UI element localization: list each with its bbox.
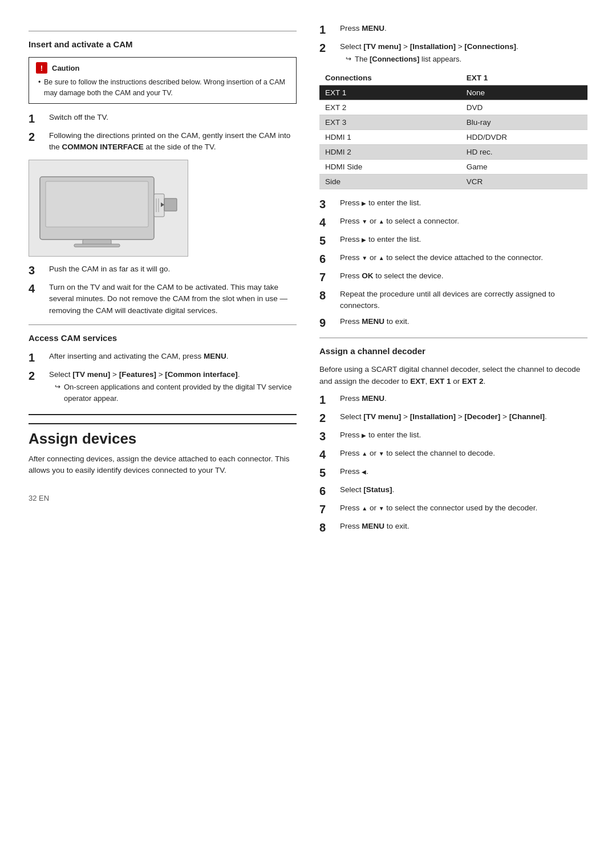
assign-step-2: Select [TV menu] > [Installation] > [Con… xyxy=(319,41,587,65)
table-cell: HDMI Side xyxy=(319,159,461,174)
decoder-step-1: Press MENU. xyxy=(319,393,587,407)
decoder-step-2: Select [TV menu] > [Installation] > [Dec… xyxy=(319,411,587,425)
table-cell: Side xyxy=(319,174,461,189)
assign-step-3: Press to enter the list. xyxy=(319,197,587,211)
caution-icon: ! xyxy=(36,62,47,74)
step-1: Switch off the TV. xyxy=(29,112,297,125)
assign-decoder-intro: Before using a SCART digital channel dec… xyxy=(319,364,587,387)
table-cell: HD rec. xyxy=(461,144,587,159)
access-step-2: Select [TV menu] > [Features] > [Common … xyxy=(29,369,297,404)
table-row: HDMI 1 HDD/DVDR xyxy=(319,129,587,144)
table-row: Side VCR xyxy=(319,174,587,189)
table-row: HDMI 2 HD rec. xyxy=(319,144,587,159)
access-step-1: After inserting and activating the CAM, … xyxy=(29,351,297,364)
decoder-step-5: Press . xyxy=(319,466,587,480)
table-row: HDMI Side Game xyxy=(319,159,587,174)
step-2: Following the directions printed on the … xyxy=(29,130,297,153)
decoder-steps: Press MENU. Select [TV menu] > [Installa… xyxy=(319,393,587,534)
connections-table: Connections EXT 1 EXT 1 None EXT 2 DVD E… xyxy=(319,71,587,189)
table-cell: HDMI 1 xyxy=(319,129,461,144)
caution-label: Caution xyxy=(52,64,79,72)
table-row: EXT 3 Blu-ray xyxy=(319,115,587,129)
table-cell: Game xyxy=(461,159,587,174)
assign-step-6: Press or to select the device attached t… xyxy=(319,252,587,266)
caution-box: ! Caution Be sure to follow the instruct… xyxy=(29,57,297,104)
svg-rect-7 xyxy=(164,198,177,211)
assign-steps-bottom: Press to enter the list. Press or to sel… xyxy=(319,197,587,330)
page-footer: 32 EN xyxy=(29,494,297,502)
insert-cam-steps: Switch off the TV. Following the directi… xyxy=(29,112,297,153)
table-cell: HDMI 2 xyxy=(319,144,461,159)
assign-devices-intro: After connecting devices, assign the dev… xyxy=(29,453,297,477)
assign-decoder-title: Assign a channel decoder xyxy=(319,346,587,358)
assign-step-4: Press or to select a connector. xyxy=(319,216,587,229)
svg-rect-3 xyxy=(74,244,120,247)
decoder-step-3: Press to enter the list. xyxy=(319,429,587,443)
assign-step-9: Press MENU to exit. xyxy=(319,316,587,330)
insert-cam-title: Insert and activate a CAM xyxy=(29,39,297,51)
decoder-step-4: Press or to select the channel to decode… xyxy=(319,448,587,461)
table-row: EXT 1 None xyxy=(319,85,587,100)
svg-rect-1 xyxy=(46,181,148,227)
assign-step-5: Press to enter the list. xyxy=(319,234,587,247)
step-3: Push the CAM in as far as it will go. xyxy=(29,263,297,277)
assign-step-7: Press OK to select the device. xyxy=(319,270,587,284)
step-4: Turn on the TV and wait for the CAM to b… xyxy=(29,282,297,316)
assign-devices-title: Assign devices xyxy=(29,423,297,448)
assign-step-2-sub: The [Connections] list appears. xyxy=(346,54,587,65)
table-header-ext1: EXT 1 xyxy=(461,71,587,86)
tv-illustration xyxy=(29,160,188,257)
table-cell: VCR xyxy=(461,174,587,189)
access-step-2-sub: On-screen applications and content provi… xyxy=(55,382,297,404)
decoder-step-7: Press or to select the connector used by… xyxy=(319,502,587,516)
table-cell: Blu-ray xyxy=(461,115,587,129)
table-cell: EXT 3 xyxy=(319,115,461,129)
decoder-step-8: Press MENU to exit. xyxy=(319,521,587,534)
table-cell: HDD/DVDR xyxy=(461,129,587,144)
table-header-connections: Connections xyxy=(319,71,461,86)
table-row: EXT 2 DVD xyxy=(319,100,587,115)
caution-text: Be sure to follow the instructions descr… xyxy=(38,77,289,99)
table-cell: None xyxy=(461,85,587,100)
table-cell: EXT 2 xyxy=(319,100,461,115)
assign-step-1: Press MENU. xyxy=(319,23,587,36)
decoder-step-6: Select [Status]. xyxy=(319,484,587,498)
access-cam-title: Access CAM services xyxy=(29,333,297,345)
assign-steps-top: Press MENU. Select [TV menu] > [Installa… xyxy=(319,23,587,65)
table-cell: DVD xyxy=(461,100,587,115)
access-cam-steps: After inserting and activating the CAM, … xyxy=(29,351,297,404)
table-cell: EXT 1 xyxy=(319,85,461,100)
insert-cam-steps-2: Push the CAM in as far as it will go. Tu… xyxy=(29,263,297,316)
assign-step-8: Repeat the procedure until all devices a… xyxy=(319,289,587,312)
